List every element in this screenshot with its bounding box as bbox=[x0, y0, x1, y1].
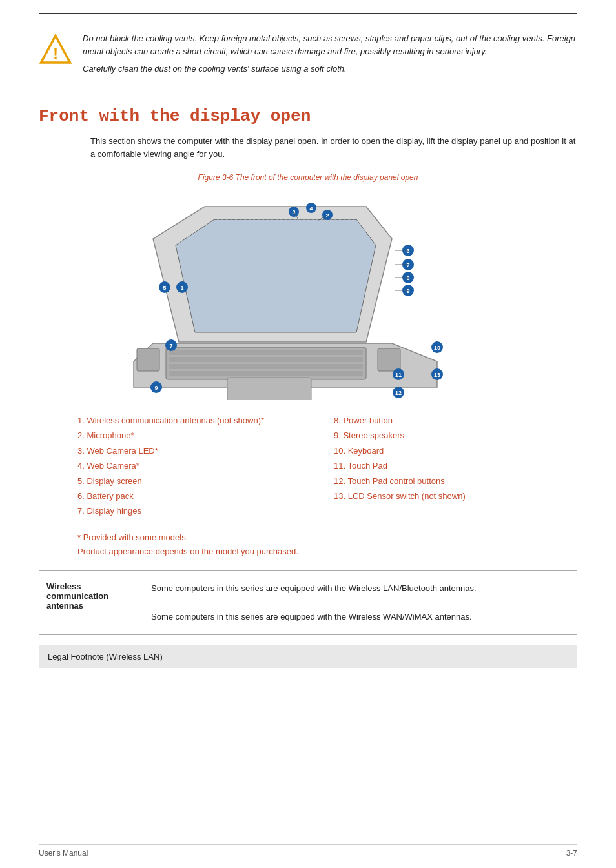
component-item-1: 1. Wireless communication antennas (not … bbox=[77, 413, 321, 428]
svg-rect-21 bbox=[169, 350, 363, 355]
wireless-desc-1: Some computers in this series are equipp… bbox=[151, 581, 570, 596]
component-list: 1. Wireless communication antennas (not … bbox=[77, 413, 577, 519]
component-item-2: 2. Microphone* bbox=[77, 428, 321, 443]
figure-caption: Figure 3-6 The front of the computer wit… bbox=[39, 173, 577, 182]
footer-right: 3-7 bbox=[566, 849, 577, 858]
svg-text:7: 7 bbox=[406, 262, 409, 268]
svg-rect-29 bbox=[378, 348, 400, 371]
legal-footnote-label: Legal Footnote (Wireless LAN) bbox=[48, 652, 163, 661]
warning-text: Do not block the cooling vents. Keep for… bbox=[83, 32, 577, 81]
info-table: Wireless communication antennas Some com… bbox=[39, 570, 577, 635]
section-heading: Front with the display open bbox=[39, 106, 577, 126]
footer-left: User's Manual bbox=[39, 849, 88, 858]
svg-text:1: 1 bbox=[180, 285, 183, 291]
svg-text:11: 11 bbox=[395, 372, 402, 378]
note-section: * Provided with some models. Product app… bbox=[77, 530, 577, 559]
component-item-9: 9. Stereo speakers bbox=[334, 428, 577, 443]
svg-rect-28 bbox=[137, 348, 159, 371]
svg-text:6: 6 bbox=[406, 248, 409, 254]
svg-text:8: 8 bbox=[406, 275, 409, 281]
component-col-left: 1. Wireless communication antennas (not … bbox=[77, 413, 321, 519]
svg-rect-24 bbox=[169, 371, 363, 376]
info-table-row: Wireless communication antennas Some com… bbox=[40, 572, 576, 633]
warning-icon: ! bbox=[39, 34, 72, 67]
note-line-2: Product appearance depends on the model … bbox=[77, 545, 577, 559]
warning-text-1: Do not block the cooling vents. Keep for… bbox=[83, 32, 577, 57]
svg-text:13: 13 bbox=[434, 372, 440, 378]
svg-rect-25 bbox=[227, 378, 311, 400]
svg-text:9: 9 bbox=[154, 385, 158, 391]
svg-rect-23 bbox=[169, 364, 363, 369]
top-border bbox=[39, 13, 577, 14]
page-container: ! Do not block the cooling vents. Keep f… bbox=[0, 0, 616, 868]
component-item-8: 8. Power button bbox=[334, 413, 577, 428]
laptop-diagram: 1 2 3 4 5 bbox=[114, 187, 502, 400]
component-item-3: 3. Web Camera LED* bbox=[77, 443, 321, 458]
component-item-11: 11. Touch Pad bbox=[334, 458, 577, 473]
component-item-12: 12. Touch Pad control buttons bbox=[334, 474, 577, 489]
svg-text:10: 10 bbox=[434, 345, 440, 351]
note-line-1: * Provided with some models. bbox=[77, 530, 577, 545]
component-item-7: 7. Display hinges bbox=[77, 503, 321, 518]
component-item-10: 10. Keyboard bbox=[334, 443, 577, 458]
wireless-description: Some computers in this series are equipp… bbox=[145, 572, 576, 633]
component-col-right: 8. Power button 9. Stereo speakers 10. K… bbox=[334, 413, 577, 519]
warning-box: ! Do not block the cooling vents. Keep f… bbox=[39, 26, 577, 87]
component-item-5: 5. Display screen bbox=[77, 474, 321, 489]
page-footer: User's Manual 3-7 bbox=[39, 844, 577, 858]
svg-text:7: 7 bbox=[169, 343, 172, 349]
svg-rect-22 bbox=[169, 357, 363, 362]
svg-text:4: 4 bbox=[309, 205, 313, 212]
component-item-13: 13. LCD Sensor switch (not shown) bbox=[334, 489, 577, 503]
section-intro: This section shows the computer with the… bbox=[90, 135, 577, 162]
warning-text-2: Carefully clean the dust on the cooling … bbox=[83, 63, 577, 76]
diagram-container: 1 2 3 4 5 bbox=[39, 187, 577, 400]
svg-text:12: 12 bbox=[395, 390, 402, 396]
svg-text:9: 9 bbox=[406, 288, 409, 294]
wireless-label: Wireless communication antennas bbox=[40, 572, 143, 633]
svg-text:5: 5 bbox=[163, 285, 166, 291]
wireless-desc-2: Some computers in this series are equipp… bbox=[151, 610, 570, 624]
svg-text:3: 3 bbox=[292, 209, 295, 216]
legal-footnote: Legal Footnote (Wireless LAN) bbox=[39, 645, 577, 668]
svg-text:!: ! bbox=[53, 45, 58, 62]
laptop-screen-group: 1 2 3 4 5 bbox=[153, 203, 414, 342]
component-item-6: 6. Battery pack bbox=[77, 489, 321, 503]
component-item-4: 4. Web Camera* bbox=[77, 458, 321, 473]
